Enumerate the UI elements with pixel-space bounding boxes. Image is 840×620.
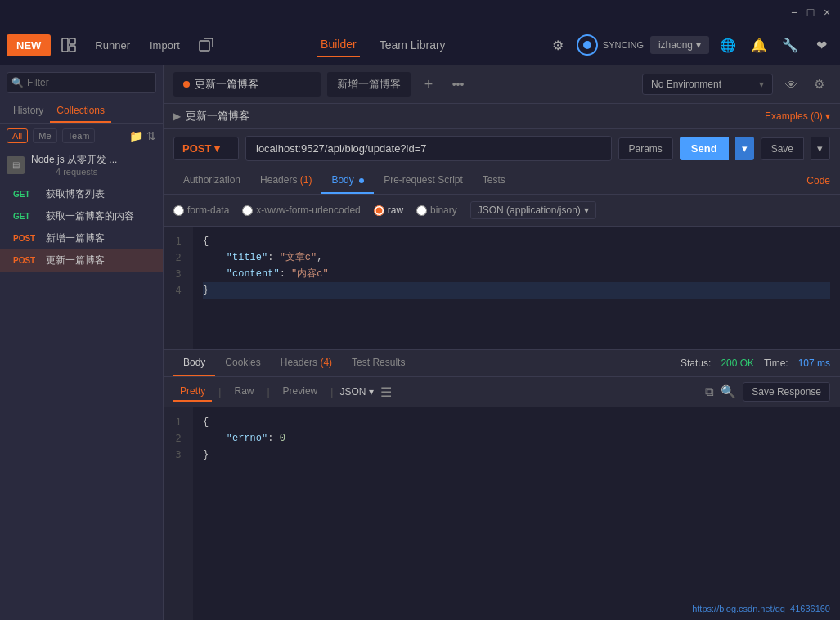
params-button[interactable]: Params xyxy=(618,137,673,160)
sync-circle xyxy=(577,34,598,56)
tab-team-library[interactable]: Team Library xyxy=(376,34,449,56)
sidebar-tabs: History Collections xyxy=(0,100,163,124)
filter-all-button[interactable]: All xyxy=(7,128,28,143)
env-icons: 👁 ⚙ xyxy=(779,73,830,96)
line-num-3: 3 xyxy=(164,266,193,282)
form-data-option[interactable]: form-data xyxy=(173,204,229,216)
user-chevron-icon: ▾ xyxy=(696,39,701,51)
method-select[interactable]: POST ▾ xyxy=(173,137,239,160)
sync-indicator: SYNCING xyxy=(577,34,644,56)
examples-button[interactable]: Examples (0) ▾ xyxy=(765,110,830,122)
filter-me-button[interactable]: Me xyxy=(33,128,56,143)
tab-pre-request[interactable]: Pre-request Script xyxy=(374,168,473,194)
env-chevron-icon: ▾ xyxy=(759,79,764,90)
tab-body[interactable]: Body xyxy=(321,168,374,194)
wrap-icon[interactable]: ☰ xyxy=(380,384,392,400)
response-status: Status: 200 OK Time: 107 ms xyxy=(681,357,830,369)
res-code-content: { "errno": 0 } xyxy=(193,407,840,620)
bell-icon-button[interactable]: 🔔 xyxy=(747,33,771,57)
api-item-1[interactable]: GET 获取博客列表 xyxy=(0,183,163,205)
search-res-icon-button[interactable]: 🔍 xyxy=(721,384,736,399)
close-button[interactable]: × xyxy=(820,6,833,19)
wrench-icon-button[interactable]: 🔧 xyxy=(778,33,802,57)
api-name-2: 获取一篇博客的内容 xyxy=(46,209,134,223)
collection-sub: 4 requests xyxy=(31,167,117,177)
username-label: izhaong xyxy=(658,39,693,51)
collections-tab[interactable]: Collections xyxy=(50,100,111,123)
res-tab-cookies[interactable]: Cookies xyxy=(215,350,270,376)
method-value: POST xyxy=(182,142,211,155)
environment-select[interactable]: No Environment ▾ xyxy=(642,74,773,95)
url-input[interactable] xyxy=(245,136,612,161)
new-folder-icon[interactable]: 📁 xyxy=(129,129,143,142)
editor-content[interactable]: { "title": "文章c", "content": "内容c" } xyxy=(193,227,840,349)
tab-authorization[interactable]: Authorization xyxy=(173,168,250,194)
history-tab[interactable]: History xyxy=(7,100,50,123)
top-nav: NEW Runner Import Builder Team Library ⚙… xyxy=(0,25,840,65)
line-num-4: 4 xyxy=(164,282,193,299)
gear-env-icon-button[interactable]: ⚙ xyxy=(807,73,830,96)
save-button[interactable]: Save xyxy=(761,137,804,160)
res-code-line-2: "errno": 0 xyxy=(203,430,830,447)
tab-builder[interactable]: Builder xyxy=(317,33,360,57)
globe-icon-button[interactable]: 🌐 xyxy=(716,33,740,57)
minimize-button[interactable]: − xyxy=(788,6,801,19)
res-tab-body[interactable]: Body xyxy=(173,350,215,376)
layout-icon-button[interactable] xyxy=(54,30,83,60)
line-num-2: 2 xyxy=(164,249,193,266)
nav-right: ⚙ SYNCING izhaong ▾ 🌐 🔔 🔧 ❤ xyxy=(546,33,833,57)
import-button[interactable]: Import xyxy=(141,34,188,56)
collection-header[interactable]: ▤ Node.js 从零开发 ... 4 requests xyxy=(0,148,163,182)
url-bar: POST ▾ Params Send ▾ Save ▾ xyxy=(164,129,840,168)
tab-headers[interactable]: Headers (1) xyxy=(250,168,321,194)
save-response-button[interactable]: Save Response xyxy=(743,382,830,402)
format-type-label: JSON xyxy=(339,386,366,398)
code-line-2: "title": "文章c", xyxy=(203,249,830,266)
heart-icon-button[interactable]: ❤ xyxy=(809,33,833,57)
format-type-select[interactable]: JSON ▾ xyxy=(339,386,374,398)
req-dot xyxy=(183,81,190,88)
runner-button[interactable]: Runner xyxy=(87,34,138,56)
res-tab-headers[interactable]: Headers (4) xyxy=(271,350,342,376)
code-button[interactable]: Code xyxy=(806,175,830,186)
req-tab-pill[interactable]: 新增一篇博客 xyxy=(327,72,411,97)
x-www-option[interactable]: x-www-form-urlencoded xyxy=(242,204,360,216)
title-bar: − □ × xyxy=(0,0,840,25)
res-tab-test-results[interactable]: Test Results xyxy=(342,350,415,376)
format-sep-3: | xyxy=(330,386,333,398)
copy-icon-button[interactable]: ⧉ xyxy=(705,384,714,399)
api-item-2[interactable]: GET 获取一篇博客的内容 xyxy=(0,205,163,227)
status-label: Status: xyxy=(681,357,711,369)
sort-icon[interactable]: ⇅ xyxy=(146,129,156,142)
request-tabs: Authorization Headers (1) Body Pre-reque… xyxy=(164,168,840,195)
user-dropdown[interactable]: izhaong ▾ xyxy=(650,36,709,54)
settings-icon-button[interactable]: ⚙ xyxy=(546,33,570,57)
format-preview[interactable]: Preview xyxy=(276,382,325,402)
time-value: 107 ms xyxy=(798,357,830,369)
send-dropdown-button[interactable]: ▾ xyxy=(735,137,754,160)
new-button[interactable]: NEW xyxy=(7,34,51,56)
body-options: form-data x-www-form-urlencoded raw bina… xyxy=(164,195,840,227)
json-type-select[interactable]: JSON (application/json) ▾ xyxy=(470,201,596,219)
api-item-3[interactable]: POST 新增一篇博客 xyxy=(0,227,163,249)
format-pretty[interactable]: Pretty xyxy=(173,382,212,402)
save-dropdown-button[interactable]: ▾ xyxy=(811,137,830,160)
binary-option[interactable]: binary xyxy=(416,204,457,216)
filter-team-button[interactable]: Team xyxy=(62,128,96,143)
raw-option[interactable]: raw xyxy=(374,204,403,216)
eye-icon-button[interactable]: 👁 xyxy=(779,73,802,96)
api-item-4[interactable]: POST 更新一篇博客 xyxy=(0,249,163,272)
format-raw[interactable]: Raw xyxy=(227,382,260,402)
res-line-num-1: 1 xyxy=(164,414,193,430)
maximize-button[interactable]: □ xyxy=(804,6,817,19)
send-button[interactable]: Send xyxy=(680,137,729,160)
res-headers-count: (4) xyxy=(320,357,332,368)
code-editor: 1 2 3 4 { "title": "文章c", "content": "内容… xyxy=(164,227,840,349)
more-tabs-button[interactable]: ••• xyxy=(447,73,469,96)
tab-tests[interactable]: Tests xyxy=(473,168,515,194)
search-input[interactable] xyxy=(7,72,156,93)
method-post-3: POST xyxy=(13,234,43,243)
new-window-icon-button[interactable] xyxy=(191,30,221,60)
add-tab-button[interactable]: + xyxy=(417,73,440,96)
code-line-1: { xyxy=(203,233,830,249)
